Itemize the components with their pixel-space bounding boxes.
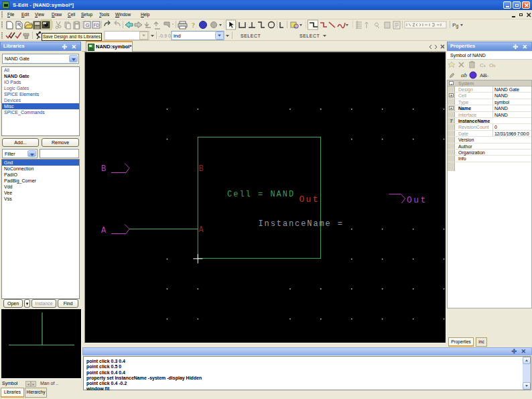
svg-text:ind: ind <box>174 33 181 39</box>
svg-text:A: A <box>101 226 107 235</box>
svg-text:SELECT: SELECT <box>241 34 261 38</box>
svg-text:B: B <box>199 164 204 174</box>
svg-text:InstanceName =: InstanceName = <box>259 219 344 229</box>
svg-text:?: ? <box>192 21 195 29</box>
svg-text:Out: Out <box>407 195 427 205</box>
svg-text:B: B <box>101 164 106 174</box>
svg-text:Ob: Ob <box>489 62 496 68</box>
svg-text:Cs: Cs <box>480 62 486 68</box>
svg-text:SELECT: SELECT <box>300 34 320 38</box>
svg-text:Out: Out <box>300 194 320 205</box>
svg-text:ab: ab <box>461 72 468 78</box>
svg-text:G: G <box>86 22 90 28</box>
svg-text:A: A <box>199 225 204 235</box>
svg-text:Pg: Pg <box>452 22 458 29</box>
svg-text:Cell = NAND: Cell = NAND <box>227 190 295 199</box>
svg-text:FD: FD <box>94 23 100 27</box>
svg-text:A̶B̶: A̶B̶ <box>480 72 489 78</box>
